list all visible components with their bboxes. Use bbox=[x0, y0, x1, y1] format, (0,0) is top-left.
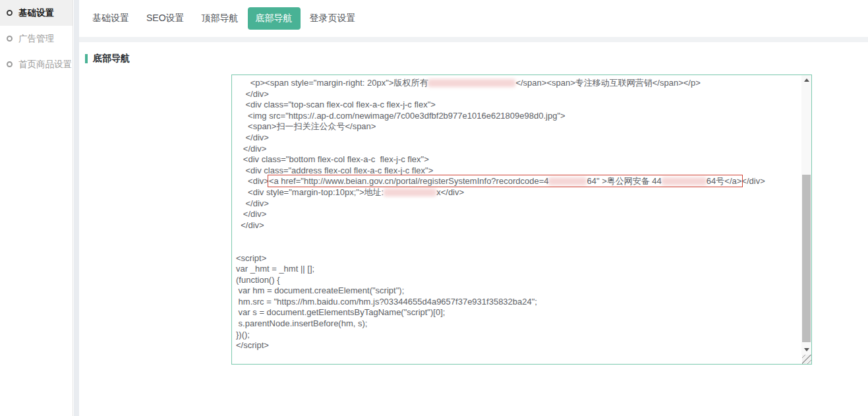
code-line: var _hmt = _hmt || []; bbox=[236, 264, 801, 275]
code-line: var hm = document.createElement("script"… bbox=[236, 285, 801, 297]
main-area: 基础设置 SEO设置 顶部导航 底部导航 登录页设置 底部导航 <p><span… bbox=[79, 0, 868, 416]
code-line: <div style="margin-top:10px;">地址:x</div> bbox=[236, 187, 801, 198]
code-line: </div> bbox=[236, 89, 801, 100]
sidebar-gap-divider bbox=[74, 0, 79, 416]
tab-top-nav[interactable]: 顶部导航 bbox=[194, 7, 246, 30]
scroll-down-icon bbox=[804, 348, 809, 351]
sidebar-item-ad-management[interactable]: 广告管理 bbox=[0, 26, 72, 51]
code-line: <div class="address flex-col flex-a-c fl… bbox=[236, 165, 801, 177]
scroll-up-icon bbox=[804, 78, 809, 82]
code-line: <div class="top-scan flex-col flex-a-c f… bbox=[236, 100, 801, 111]
sidebar-item-label: 广告管理 bbox=[18, 33, 54, 45]
scroll-down-button[interactable] bbox=[801, 345, 811, 355]
code-line: <script> bbox=[236, 253, 801, 264]
radio-circle-icon bbox=[7, 61, 13, 67]
code-line: })(); bbox=[236, 330, 801, 341]
tab-seo-settings[interactable]: SEO设置 bbox=[138, 7, 192, 30]
code-line: </div> bbox=[236, 209, 801, 220]
code-line: </div> bbox=[236, 198, 801, 210]
settings-page: 基础设置 广告管理 首页商品设置 基础设置 SEO设置 顶部导航 底部导航 登录… bbox=[0, 0, 868, 416]
scrollbar-thumb[interactable] bbox=[802, 175, 811, 342]
code-line: <div><a href="http://www.beian.gov.cn/po… bbox=[236, 176, 801, 187]
code-line bbox=[236, 231, 801, 242]
tab-bottom-nav[interactable]: 底部导航 bbox=[248, 7, 301, 30]
code-line: </div> bbox=[236, 220, 801, 231]
code-line: <span>扫一扫关注公众号</span> bbox=[236, 121, 801, 133]
footer-nav-html-textarea[interactable]: <p><span style="margin-right: 20px">版权所有… bbox=[231, 74, 812, 365]
highlight-red-box: <a href="http://www.beian.gov.cn/portal/… bbox=[269, 176, 741, 186]
code-line: <p><span style="margin-right: 20px">版权所有… bbox=[236, 78, 801, 89]
textarea-resize-grip[interactable] bbox=[802, 355, 811, 364]
bottom-nav-panel: 底部导航 <p><span style="margin-right: 20px"… bbox=[79, 42, 868, 416]
card-gap-divider bbox=[79, 37, 868, 42]
section-title: 底部导航 bbox=[93, 53, 130, 65]
sidebar: 基础设置 广告管理 首页商品设置 bbox=[0, 0, 73, 416]
code-content: <p><span style="margin-right: 20px">版权所有… bbox=[232, 75, 801, 364]
editor-scrollbar[interactable] bbox=[801, 75, 811, 355]
code-line: </div> bbox=[236, 133, 801, 144]
redacted-blur bbox=[662, 177, 707, 185]
sidebar-item-basic-settings[interactable]: 基础设置 bbox=[0, 0, 72, 26]
code-line: (function() { bbox=[236, 275, 801, 286]
code-line: var s = document.getElementsByTagName("s… bbox=[236, 307, 801, 318]
settings-tabbar: 基础设置 SEO设置 顶部导航 底部导航 登录页设置 bbox=[79, 0, 868, 37]
radio-circle-icon bbox=[7, 36, 13, 42]
section-title-row: 底部导航 bbox=[85, 53, 130, 65]
code-line: hm.src = "https://hm.baidu.com/hm.js?033… bbox=[236, 297, 801, 308]
redacted-blur bbox=[384, 189, 436, 196]
redacted-blur bbox=[428, 79, 515, 87]
code-line bbox=[236, 242, 801, 253]
sidebar-item-label: 首页商品设置 bbox=[18, 59, 72, 71]
tab-login-page-settings[interactable]: 登录页设置 bbox=[302, 7, 364, 30]
section-accent-bar bbox=[85, 54, 88, 63]
code-line: </script> bbox=[236, 340, 801, 351]
code-line: <div class="bottom flex-col flex-a-c fle… bbox=[236, 154, 801, 165]
radio-circle-icon bbox=[7, 10, 13, 16]
code-line: s.parentNode.insertBefore(hm, s); bbox=[236, 318, 801, 330]
scroll-up-button[interactable] bbox=[801, 75, 811, 85]
tab-basic-settings[interactable]: 基础设置 bbox=[84, 7, 137, 30]
sidebar-item-label: 基础设置 bbox=[18, 7, 54, 19]
sidebar-item-homepage-products[interactable]: 首页商品设置 bbox=[0, 51, 72, 77]
redacted-blur bbox=[548, 177, 587, 185]
code-line: </div> bbox=[236, 144, 801, 155]
code-line: <img src="https://.ap-d.com/newimage/7c0… bbox=[236, 111, 801, 122]
